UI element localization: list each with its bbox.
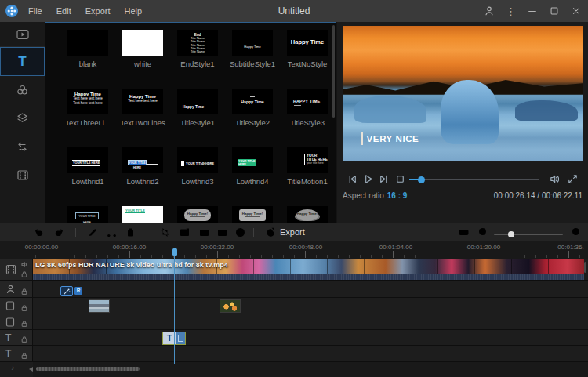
text-style-item[interactable]: Happy TimeTitleStyle2 <box>225 89 280 147</box>
lock-track-icon[interactable] <box>21 305 27 311</box>
horizontal-scrollbar[interactable] <box>36 367 140 371</box>
freeze-frame-button[interactable] <box>216 226 229 239</box>
text-style-item[interactable]: Happy Time! <box>225 206 280 223</box>
seek-slider[interactable] <box>409 179 539 180</box>
layers-icon <box>16 112 29 125</box>
export-button[interactable]: Export <box>280 227 305 237</box>
text-styles-panel: blank white EndTitle NameTitle NameTitle… <box>45 22 336 223</box>
stop-button[interactable] <box>394 173 406 185</box>
track-pip-header <box>0 281 33 297</box>
lock-track-icon[interactable] <box>21 271 27 277</box>
next-frame-button[interactable] <box>378 173 390 185</box>
split-button[interactable] <box>105 226 118 239</box>
sidebar-item-media[interactable] <box>0 22 45 47</box>
toolbar: Export <box>0 223 588 241</box>
timeline-zoom-slider[interactable] <box>494 234 563 235</box>
text-style-item[interactable]: YOUR TITLE HERELowthrid4 <box>225 147 280 206</box>
lock-track-icon[interactable] <box>21 353 27 359</box>
account-icon[interactable] <box>484 5 495 16</box>
aspect-ratio-value: 16 : 9 <box>387 191 408 200</box>
lock-track-icon[interactable] <box>21 288 27 295</box>
text-style-item[interactable]: white <box>115 30 170 89</box>
pan-zoom-button[interactable] <box>178 226 191 239</box>
text-style-item[interactable]: Happy TimeSubtitleStyle1 <box>225 30 280 89</box>
sidebar-item-transitions[interactable] <box>0 132 45 161</box>
duration-button[interactable] <box>234 226 247 239</box>
text-style-item[interactable]: Happy TimeTextNoStyle <box>280 30 335 89</box>
hscroll-left-arrow[interactable] <box>29 367 33 372</box>
text-style-item[interactable]: YOUR TITLE <box>115 206 170 223</box>
ruler-label: 00:00:32.00 <box>201 244 234 251</box>
sidebar-item-overlays[interactable] <box>0 104 45 132</box>
previous-frame-button[interactable] <box>347 173 358 185</box>
text-style-thumbnail: EndTitle NameTitle NameTitle NameTitle N… <box>177 30 218 56</box>
timeline-ruler[interactable]: 00:00:00.00 00:00:16.00 00:00:32.00 00:0… <box>0 241 588 259</box>
image-clip-mountain[interactable] <box>89 299 110 313</box>
window-title: Untitled <box>278 5 310 16</box>
track-text-2: T <box>0 346 588 362</box>
text-style-item[interactable]: Happy TimeTitleStyle1 <box>170 89 225 147</box>
volume-icon[interactable] <box>549 173 561 185</box>
text-style-item[interactable]: Happy Time! <box>280 206 335 223</box>
export-icon[interactable] <box>264 226 278 239</box>
text-style-item[interactable]: YOUR TITLE HERELowthrid2 <box>115 147 170 206</box>
menu-edit[interactable]: Edit <box>56 6 71 16</box>
image-clip-flowers[interactable] <box>220 299 241 313</box>
close-button[interactable] <box>571 5 582 16</box>
video-clip[interactable]: LG 8K 60fps HDR NATURE 8k video ultra hd… <box>33 259 584 280</box>
menu-export[interactable]: Export <box>85 6 111 16</box>
app-logo-icon <box>5 4 19 18</box>
playhead-handle[interactable] <box>172 248 177 256</box>
preview-overlay-text: VERY NICE <box>367 134 419 143</box>
text-style-item[interactable]: Happy Time! <box>170 206 225 223</box>
sidebar-item-text[interactable]: T <box>0 47 45 76</box>
video-clip-filename: LG 8K 60fps HDR NATURE 8k video ultra hd… <box>35 261 228 269</box>
panel-scrollbar[interactable] <box>332 25 335 118</box>
text-style-label: Lowthrid1 <box>71 177 103 186</box>
text-style-item[interactable]: YOUR TITLE HERELowthrid1 <box>60 147 115 206</box>
mosaic-button[interactable] <box>198 226 211 239</box>
text-style-item[interactable]: Happy TimeText here text hereText here t… <box>60 89 115 147</box>
text-clip-handle[interactable] <box>176 332 185 344</box>
delete-button[interactable] <box>124 226 137 239</box>
toolbar-separator <box>75 228 76 237</box>
lock-track-icon[interactable] <box>21 321 27 327</box>
lock-track-icon[interactable] <box>21 336 27 343</box>
effect-clip[interactable]: R <box>60 286 82 296</box>
redo-button[interactable] <box>53 226 66 239</box>
mute-track-icon[interactable] <box>21 261 28 268</box>
text-style-item[interactable]: Happy TimeText here text hereTextTwoLine… <box>115 89 170 147</box>
text-style-thumbnail <box>67 30 108 56</box>
zoom-in-button[interactable] <box>570 226 583 239</box>
seek-handle[interactable] <box>418 176 425 183</box>
play-button[interactable] <box>362 173 374 185</box>
menu-file[interactable]: File <box>28 6 42 16</box>
text-style-item[interactable]: HAPPY TIMETitleStyle3 <box>280 89 335 147</box>
menu-help[interactable]: Help <box>125 6 143 16</box>
maximize-button[interactable] <box>549 5 560 16</box>
ruler-label: 00:01:04.00 <box>379 244 412 251</box>
crop-button[interactable] <box>158 226 172 239</box>
track-text-lane <box>33 346 588 361</box>
timeline-zoom-handle[interactable] <box>508 231 514 237</box>
minimize-button[interactable] <box>527 5 538 16</box>
playhead[interactable] <box>174 249 175 364</box>
text-style-item[interactable]: blank <box>60 30 115 89</box>
zoom-out-button[interactable] <box>477 226 490 239</box>
text-style-item[interactable]: EndTitle NameTitle NameTitle NameTitle N… <box>170 30 225 89</box>
overlay-track-icon <box>5 317 15 327</box>
timeline-vertical-scrollbar[interactable] <box>584 262 586 273</box>
text-style-label: blank <box>79 60 97 68</box>
fullscreen-icon[interactable] <box>567 173 579 185</box>
aspect-ratio[interactable]: Aspect ratio16 : 9 <box>343 191 407 200</box>
sidebar-item-elements[interactable] <box>0 161 45 189</box>
text-style-item[interactable]: YOUR TITLE HERELowthrid3 <box>170 147 225 206</box>
undo-button[interactable] <box>32 226 45 239</box>
video-track-icon <box>5 264 16 275</box>
text-style-item[interactable]: YOUR TITLE HEREyour title hereTitleMotio… <box>280 147 335 206</box>
edit-button[interactable] <box>86 226 100 239</box>
more-menu-icon[interactable]: ⋮ <box>506 5 516 17</box>
fit-timeline-button[interactable] <box>457 226 470 239</box>
sidebar-item-filters[interactable] <box>0 76 45 104</box>
text-style-item[interactable]: YOUR TITLE HERE <box>60 206 115 223</box>
